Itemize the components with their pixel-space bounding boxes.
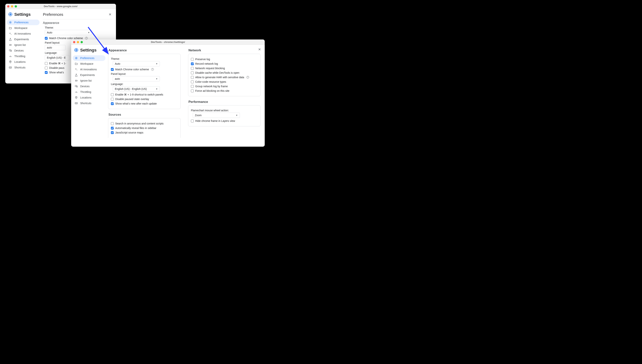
theme-value: Auto: [115, 62, 120, 65]
flask-icon: [75, 74, 78, 76]
language-value: English (US) - English (US): [115, 88, 147, 90]
sources-card: Search in anonymous and content scripts …: [108, 118, 180, 138]
sidebar-item-ignore-list[interactable]: Ignore list: [73, 78, 105, 84]
chevron-down-icon: ▼: [236, 114, 238, 116]
show-whats-new-checkbox[interactable]: [45, 71, 48, 74]
appearance-heading: Appearance: [108, 48, 180, 52]
sidebar-item-label: Locations: [80, 96, 92, 99]
theme-select[interactable]: Auto ▼: [113, 61, 160, 66]
theme-label: Theme:: [111, 57, 178, 60]
panel-layout-select[interactable]: auto: [45, 45, 66, 50]
auto-reveal-checkbox[interactable]: [111, 127, 114, 130]
preserve-log-label: Preserve log: [195, 58, 210, 61]
network-card: Preserve log Record network log Network …: [188, 54, 261, 96]
close-window-icon[interactable]: [7, 5, 10, 8]
record-network-log-checkbox[interactable]: [191, 62, 194, 65]
close-icon[interactable]: ✕: [108, 12, 112, 17]
left-column: Appearance Theme: Auto ▼ Match Chrome co…: [108, 48, 180, 147]
js-source-maps-checkbox[interactable]: [111, 131, 114, 134]
close-window-icon[interactable]: [73, 41, 75, 43]
sidebar-item-experiments[interactable]: Experiments: [7, 36, 40, 42]
language-select[interactable]: English (US) - E: [45, 55, 69, 60]
sidebar-item-locations[interactable]: Locations: [7, 59, 40, 65]
sidebar-item-throttling[interactable]: Throttling: [73, 89, 105, 95]
sidebar-item-preferences[interactable]: Preferences: [73, 55, 105, 61]
sidebar-item-ignore-list[interactable]: Ignore list: [7, 42, 40, 48]
preserve-log-checkbox[interactable]: [191, 58, 194, 61]
close-icon[interactable]: ✕: [258, 48, 261, 52]
throttling-icon: [75, 90, 78, 94]
language-select[interactable]: English (US) - English (US) ▼: [113, 86, 160, 92]
network-request-blocking-checkbox[interactable]: [191, 67, 194, 70]
sidebar-item-ai-innovations[interactable]: AI innovations: [7, 31, 40, 36]
disable-paused-label: Disable paused state overlay: [115, 98, 149, 100]
sidebar-item-preferences[interactable]: Preferences: [7, 20, 40, 25]
performance-heading: Performance: [188, 100, 261, 104]
enable-shortcut-label: Enable ⌘ + 1-9 shortcut to switch panels: [115, 93, 163, 96]
sidebar-item-shortcuts[interactable]: Shortcuts: [7, 65, 40, 70]
sidebar-item-label: Ignore list: [14, 44, 26, 46]
throttling-icon: [9, 55, 12, 58]
sidebar-item-locations[interactable]: Locations: [73, 95, 105, 100]
sidebar-item-label: Preferences: [14, 21, 29, 24]
record-network-log-label: Record network log: [195, 62, 218, 65]
sparkle-icon: [75, 68, 78, 71]
zoom-window-icon[interactable]: [81, 41, 83, 43]
search-anonymous-checkbox[interactable]: [111, 122, 114, 125]
flamechart-select[interactable]: Zoom ▼: [193, 112, 240, 118]
theme-select[interactable]: Auto ▼: [45, 30, 92, 35]
sidebar-item-devices[interactable]: Devices: [73, 84, 105, 89]
gear-icon: [9, 21, 12, 24]
devtools-icon: [8, 12, 13, 17]
folder-icon: [9, 26, 12, 30]
group-by-frame-label: Group network log by frame: [195, 85, 228, 88]
sidebar-item-label: AI innovations: [80, 68, 97, 71]
match-chrome-checkbox[interactable]: [45, 37, 48, 40]
sidebar-item-throttling[interactable]: Throttling: [7, 54, 40, 59]
sidebar-item-label: Devices: [14, 49, 24, 52]
gear-icon: [75, 56, 78, 60]
force-adblock-checkbox[interactable]: [191, 90, 194, 92]
group-by-frame-checkbox[interactable]: [191, 85, 194, 88]
disable-paused-label: Disable paus: [49, 66, 64, 70]
har-sensitive-checkbox[interactable]: [191, 76, 194, 79]
enable-shortcut-checkbox[interactable]: [45, 62, 48, 65]
match-chrome-label: Match Chrome color scheme: [49, 37, 83, 40]
sidebar-item-ai-innovations[interactable]: AI innovations: [73, 66, 105, 72]
disable-paused-checkbox[interactable]: [45, 66, 48, 70]
sidebar-item-label: Experiments: [14, 38, 29, 41]
minimize-window-icon[interactable]: [11, 5, 13, 8]
enable-shortcut-checkbox[interactable]: [111, 93, 114, 96]
ignore-list-icon: [75, 79, 78, 82]
help-icon[interactable]: ?: [151, 68, 154, 71]
settings-sidebar: Settings Preferences Workspace AI innova…: [71, 45, 107, 147]
sidebar-item-workspace[interactable]: Workspace: [73, 61, 105, 66]
language-value: English (US) - E: [47, 56, 66, 59]
appearance-heading: Appearance: [43, 21, 112, 25]
zoom-window-icon[interactable]: [15, 5, 17, 8]
show-whats-new-checkbox[interactable]: [111, 102, 114, 105]
hide-chrome-frame-checkbox[interactable]: [191, 120, 194, 122]
help-icon[interactable]: ?: [247, 76, 249, 78]
sidebar-item-label: Shortcuts: [14, 66, 26, 69]
sidebar-item-workspace[interactable]: Workspace: [7, 25, 40, 31]
language-label: Language:: [111, 82, 178, 86]
color-code-checkbox[interactable]: [191, 80, 194, 83]
settings-title: Settings: [14, 12, 31, 17]
match-chrome-checkbox[interactable]: [111, 68, 114, 71]
disable-cache-checkbox[interactable]: [191, 72, 194, 74]
panel-layout-select[interactable]: auto ▼: [113, 76, 160, 82]
sidebar-item-experiments[interactable]: Experiments: [73, 72, 105, 78]
titlebar: DevTools - www.google.com/: [5, 4, 116, 9]
sidebar-item-devices[interactable]: Devices: [7, 48, 40, 54]
panel-layout-value: auto: [115, 77, 120, 80]
hide-chrome-frame-label: Hide chrome frame in Layers view: [195, 120, 235, 122]
chevron-down-icon: ▼: [156, 62, 158, 65]
minimize-window-icon[interactable]: [77, 41, 79, 43]
help-icon[interactable]: ?: [85, 37, 88, 40]
sidebar-item-label: Throttling: [80, 90, 91, 94]
sidebar-item-shortcuts[interactable]: Shortcuts: [73, 100, 105, 106]
disable-paused-checkbox[interactable]: [111, 98, 114, 100]
right-column: Network Preserve log Record network log …: [188, 48, 261, 147]
search-anonymous-label: Search in anonymous and content scripts: [115, 122, 164, 125]
